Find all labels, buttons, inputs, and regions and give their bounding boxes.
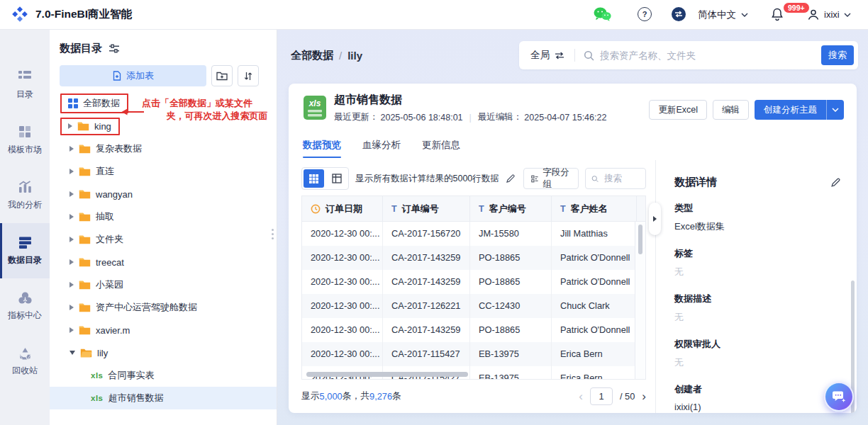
collapse-details-handle[interactable]	[649, 203, 661, 235]
prev-page-button[interactable]: ‹	[579, 390, 583, 402]
table-cell: 2020-12-30 00:...	[302, 294, 383, 318]
caret-icon[interactable]	[69, 351, 75, 355]
caret-icon[interactable]	[68, 123, 72, 129]
update-excel-button[interactable]: 更新Excel	[649, 100, 707, 120]
tree-item-folder[interactable]: 文件夹	[50, 228, 277, 251]
tree-item-folder[interactable]: 复杂表数据	[50, 137, 277, 160]
search-scope-toggle[interactable]: 全局	[519, 49, 574, 62]
sidebar-item-directory[interactable]: 目录	[0, 57, 50, 113]
table-row[interactable]: 2020-12-30 00:...CA-2017-143259PO-18865P…	[302, 270, 645, 294]
search-input[interactable]	[594, 50, 821, 61]
tab-update-info[interactable]: 更新信息	[422, 139, 460, 158]
new-folder-button[interactable]	[211, 65, 233, 86]
left-navigation-rail: 目录 模板市场 我的分析 数据目录	[0, 29, 50, 425]
table-cell: Erica Bern	[552, 342, 637, 366]
caret-icon[interactable]	[69, 259, 74, 265]
tree-item-folder[interactable]: treecat	[50, 251, 277, 273]
tree-item-folder[interactable]: wangyan	[50, 183, 277, 205]
column-header[interactable]: T客户编号	[470, 196, 552, 221]
details-field: 数据描述无	[674, 293, 842, 324]
tree-item-label: 抽取	[96, 210, 114, 223]
my-analysis-icon	[18, 180, 33, 194]
wechat-icon[interactable]	[593, 6, 611, 22]
table-cell: CA-2017-143259	[383, 246, 470, 270]
folder-icon	[79, 235, 91, 244]
tab-lineage-analysis[interactable]: 血缘分析	[362, 139, 401, 158]
field-label: 标签	[674, 247, 842, 260]
field-group-button[interactable]: 字段分组	[523, 168, 579, 189]
breadcrumb-current: lily	[347, 50, 362, 62]
help-icon[interactable]: ?	[638, 7, 652, 21]
data-preview-zone: 显示所有数据计算结果的5000行数据 字段分组	[301, 167, 646, 407]
tab-data-preview[interactable]: 数据预览	[303, 139, 341, 158]
panel-resize-handle[interactable]	[272, 229, 274, 231]
caret-icon[interactable]	[69, 282, 74, 288]
edit-details-icon[interactable]	[830, 177, 841, 188]
catalog-settings-icon[interactable]	[108, 43, 120, 54]
horizontal-scrollbar[interactable]	[306, 372, 468, 377]
sidebar-item-data-catalog[interactable]: 数据目录	[0, 223, 50, 278]
table-cell: 2020-12-30 00:...	[302, 270, 383, 294]
vertical-scrollbar[interactable]	[638, 225, 642, 254]
tree-item-folder[interactable]: 资产中心运营驾驶舱数据	[50, 296, 277, 319]
add-table-button[interactable]: 添加表	[60, 65, 206, 86]
language-switcher[interactable]: 简体中文	[698, 0, 748, 29]
tree-item-label: 合同事实表	[108, 369, 155, 382]
table-header: 订单日期T订单编号T客户编号T客户姓名	[302, 196, 645, 222]
dataset-meta: 最近更新：2025-05-06 18:48:01 | 最近编辑：2025-04-…	[334, 111, 606, 123]
tree-item-folder[interactable]: 直连	[50, 160, 277, 183]
user-menu[interactable]: ixixi	[807, 0, 851, 29]
edit-button[interactable]: 编辑	[713, 100, 749, 120]
notification-badge: 999+	[783, 2, 810, 13]
chevron-down-icon	[832, 108, 839, 112]
caret-icon[interactable]	[69, 305, 74, 310]
caret-icon[interactable]	[69, 146, 74, 152]
tree-item-label: 全部数据	[83, 97, 120, 110]
sidebar-item-recycle-bin[interactable]: 回收站	[0, 334, 50, 389]
ai-assistant-button[interactable]	[824, 382, 854, 412]
field-label: 权限审批人	[674, 338, 842, 351]
table-row[interactable]: 2020-12-30 00:...CA-2017-143259PO-18865P…	[302, 246, 645, 270]
edited-time: 2025-04-07 15:46:22	[524, 113, 606, 123]
caret-icon[interactable]	[69, 237, 74, 242]
sidebar-item-metrics-center[interactable]: 指标中心	[0, 278, 50, 334]
search-button[interactable]: 搜索	[821, 45, 854, 65]
grid-view-button[interactable]	[304, 169, 324, 188]
pagination: ‹ / 50 ›	[579, 387, 646, 405]
details-field: 类型Excel数据集	[674, 202, 842, 233]
page-number-input[interactable]	[590, 387, 613, 405]
column-header[interactable]: T订单编号	[383, 196, 470, 221]
field-search-input[interactable]	[603, 173, 640, 184]
account-swap-icon[interactable]	[672, 7, 686, 21]
caret-icon[interactable]	[69, 169, 74, 174]
notification-bell-icon[interactable]	[770, 7, 784, 21]
tree-item-folder[interactable]: xavier.m	[50, 319, 277, 341]
tree-item-dataset[interactable]: xls超市销售数据	[50, 387, 277, 409]
sort-button[interactable]	[238, 65, 259, 86]
edit-row-limit-icon[interactable]	[506, 174, 516, 183]
caret-icon[interactable]	[69, 214, 74, 220]
table-cell: Jill Matthias	[552, 222, 637, 246]
sidebar-item-my-analysis[interactable]: 我的分析	[0, 168, 50, 223]
next-page-button[interactable]: ›	[642, 390, 646, 402]
column-header[interactable]: T客户姓名	[552, 196, 637, 221]
tree-item-folder[interactable]: 小菜园	[50, 273, 277, 296]
create-analysis-subject-button[interactable]: 创建分析主题	[755, 100, 826, 120]
tree-item-folder[interactable]: 抽取	[50, 205, 277, 228]
create-subject-dropdown-button[interactable]	[826, 100, 844, 120]
tree-item-dataset[interactable]: xls合同事实表	[50, 364, 277, 387]
tree-item-label: 资产中心运营驾驶舱数据	[96, 301, 197, 314]
table-row[interactable]: 2020-12-30 00:...CA-2017-115427EB-13975E…	[302, 342, 645, 366]
tree-item-folder[interactable]: lily	[50, 341, 277, 364]
table-row[interactable]: 2020-12-30 00:...CA-2017-126221CC-12430C…	[302, 294, 645, 318]
table-row[interactable]: 2020-12-30 00:...CA-2017-143259PO-18865P…	[302, 318, 645, 342]
caret-icon[interactable]	[69, 191, 74, 197]
table-row[interactable]: 2020-12-30 00:...CA-2017-156720JM-15580J…	[302, 222, 645, 246]
tree-item-label: 文件夹	[96, 233, 123, 246]
table-view-button[interactable]	[326, 169, 347, 188]
breadcrumb-all-data[interactable]: 全部数据	[291, 49, 333, 62]
sidebar-item-template-market[interactable]: 模板市场	[0, 113, 50, 168]
caret-icon[interactable]	[69, 327, 74, 333]
column-header[interactable]: 订单日期	[302, 196, 383, 221]
file-plus-icon	[112, 71, 122, 81]
